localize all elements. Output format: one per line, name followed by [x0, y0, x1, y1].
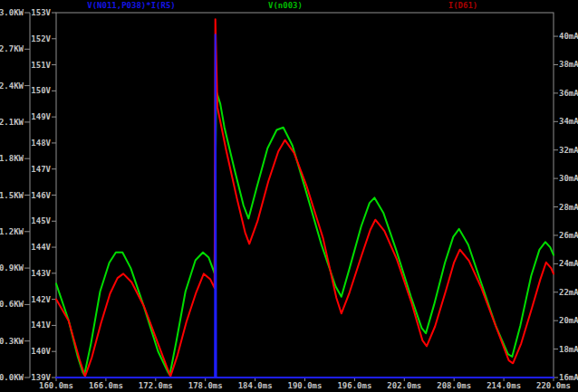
voltage-tick-label: 149V	[31, 112, 51, 121]
time-tick-label: 220.0ms	[536, 381, 571, 390]
current-tick-label: 34mA	[559, 117, 578, 126]
voltage-tick-label: 146V	[31, 191, 51, 200]
voltage-tick-label: 153V	[31, 8, 51, 17]
power-tick-label: 2.7KW	[0, 44, 24, 53]
power-tick-label: 1.2KW	[0, 227, 24, 236]
voltage-tick-label: 152V	[31, 34, 51, 43]
time-tick-label: 172.0ms	[139, 381, 173, 390]
time-tick-label: 166.0ms	[89, 381, 123, 390]
waveform-viewer-window: 3.0KW2.7KW2.4KW2.1KW1.8KW1.5KW1.2KW0.9KW…	[0, 0, 578, 392]
plot-border	[56, 13, 554, 378]
power-tick-label: 0.3KW	[0, 337, 24, 346]
trace-voltage[interactable]	[56, 91, 554, 375]
legend-trace-label[interactable]: V(N011,P038)*I(R5)	[87, 1, 176, 10]
waveform-plot[interactable]: 3.0KW2.7KW2.4KW2.1KW1.8KW1.5KW1.2KW0.9KW…	[0, 0, 578, 392]
voltage-tick-label: 144V	[31, 243, 51, 252]
current-tick-label: 30mA	[559, 174, 578, 183]
time-tick-label: 160.0ms	[39, 381, 73, 390]
time-tick-label: 208.0ms	[437, 381, 471, 390]
current-tick-label: 32mA	[559, 146, 578, 155]
legend-trace-label[interactable]: I(D61)	[448, 1, 478, 10]
current-tick-label: 38mA	[559, 60, 578, 69]
power-tick-label: 1.8KW	[0, 154, 24, 163]
voltage-tick-label: 150V	[31, 86, 51, 95]
voltage-tick-label: 147V	[31, 165, 51, 174]
current-tick-label: 26mA	[559, 231, 578, 240]
time-tick-label: 178.0ms	[188, 381, 223, 390]
power-tick-label: 2.4KW	[0, 81, 24, 91]
power-tick-label: 0.0KW	[0, 373, 24, 382]
current-tick-label: 24mA	[559, 259, 578, 268]
time-tick-label: 184.0ms	[238, 381, 273, 390]
time-tick-label: 190.0ms	[288, 381, 323, 390]
power-tick-label: 1.5KW	[0, 191, 24, 200]
current-tick-label: 22mA	[559, 288, 578, 297]
current-tick-label: 28mA	[559, 203, 578, 212]
power-tick-label: 2.1KW	[0, 118, 24, 127]
trace-power[interactable]	[56, 34, 554, 378]
voltage-tick-label: 148V	[31, 139, 51, 148]
trace-current[interactable]	[56, 19, 554, 376]
voltage-tick-label: 140V	[31, 347, 51, 356]
power-tick-label: 3.0KW	[0, 8, 24, 17]
current-tick-label: 18mA	[559, 345, 578, 354]
voltage-tick-label: 142V	[31, 295, 51, 304]
current-tick-label: 20mA	[559, 316, 578, 325]
time-tick-label: 196.0ms	[337, 381, 371, 390]
voltage-tick-label: 141V	[31, 320, 51, 330]
current-tick-label: 40mA	[559, 32, 578, 41]
time-tick-label: 214.0ms	[486, 381, 521, 390]
voltage-tick-label: 145V	[31, 216, 51, 225]
legend-trace-label[interactable]: V(n003)	[268, 1, 303, 10]
power-tick-label: 0.6KW	[0, 300, 24, 309]
voltage-tick-label: 143V	[31, 269, 51, 278]
time-tick-label: 202.0ms	[387, 381, 421, 390]
voltage-tick-label: 151V	[31, 61, 51, 70]
power-tick-label: 0.9KW	[0, 263, 24, 272]
current-tick-label: 36mA	[559, 89, 578, 98]
